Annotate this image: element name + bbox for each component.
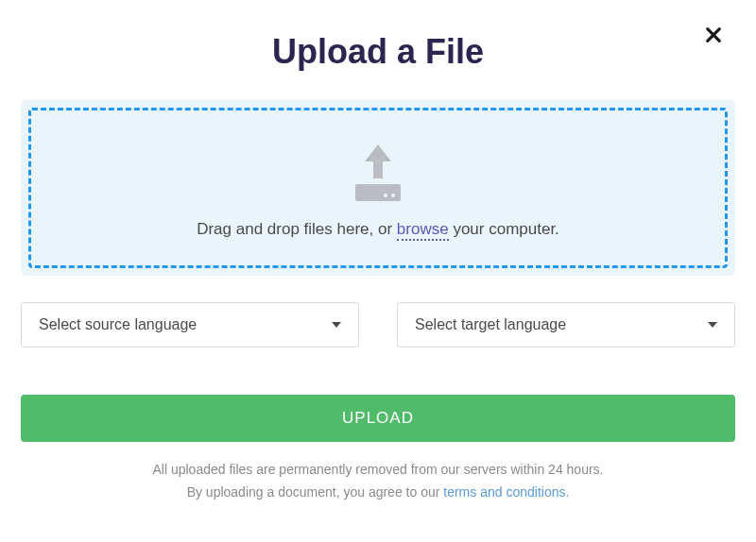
target-language-select[interactable]: Select target language <box>397 302 735 347</box>
footer-line-1: All uploaded files are permanently remov… <box>21 459 735 482</box>
page-title: Upload a File <box>21 32 735 72</box>
language-select-row: Select source language Select target lan… <box>21 302 735 347</box>
chevron-down-icon <box>332 322 341 328</box>
footer-line-2-before: By uploading a document, you agree to ou… <box>187 484 444 500</box>
dropzone-text-before: Drag and drop files here, or <box>197 220 397 238</box>
upload-icon <box>346 144 410 203</box>
close-icon <box>705 30 722 46</box>
dropzone-container: Drag and drop files here, or browse your… <box>21 100 735 276</box>
dropzone-text-after: your computer. <box>449 220 559 238</box>
svg-point-2 <box>391 194 395 197</box>
target-language-placeholder: Select target language <box>415 316 566 333</box>
terms-link[interactable]: terms and conditions <box>443 484 565 500</box>
browse-link[interactable]: browse <box>397 220 449 241</box>
svg-point-1 <box>384 194 387 197</box>
source-language-placeholder: Select source language <box>39 316 197 333</box>
footer-line-2-after: . <box>565 484 569 500</box>
dropzone-text: Drag and drop files here, or browse your… <box>50 220 706 239</box>
source-language-select[interactable]: Select source language <box>21 302 359 347</box>
upload-button[interactable]: UPLOAD <box>21 395 735 442</box>
footer: All uploaded files are permanently remov… <box>21 459 735 504</box>
dropzone[interactable]: Drag and drop files here, or browse your… <box>28 108 728 268</box>
close-button[interactable] <box>705 26 724 45</box>
footer-line-2: By uploading a document, you agree to ou… <box>21 482 735 504</box>
upload-dialog: Upload a File Drag and drop files here, … <box>0 0 756 523</box>
chevron-down-icon <box>708 322 717 328</box>
svg-rect-0 <box>355 184 401 201</box>
